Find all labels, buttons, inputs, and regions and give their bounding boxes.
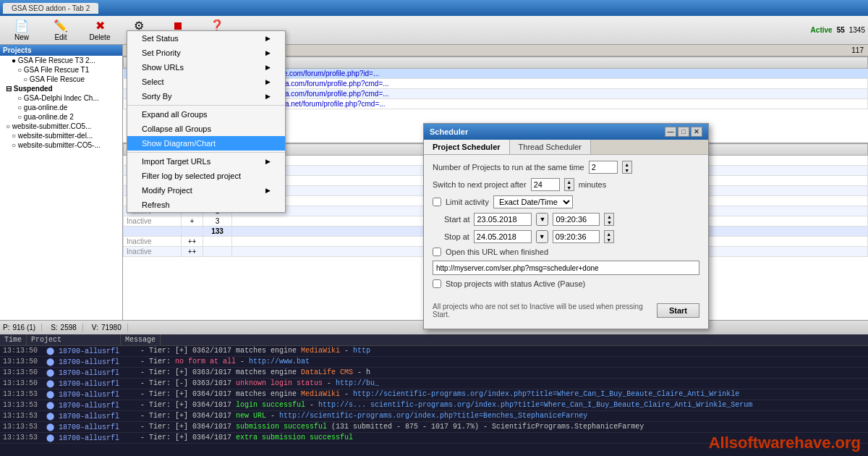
log-row[interactable]: 13:13:53 ⬤ 18700-allusrfl - Tier: [+] 03… xyxy=(0,422,868,433)
tree-item[interactable]: ○ GSA-Delphi Indeс Ch... xyxy=(0,93,122,103)
tree-item[interactable]: ○ GSA File Rescue T1 xyxy=(0,65,122,75)
context-menu: Set Status ▶ Set Priority ▶ Show URLs ▶ … xyxy=(127,45,286,213)
dialog-title: Scheduler xyxy=(430,127,468,136)
left-panel-title: Projects xyxy=(0,45,122,56)
log-row[interactable]: 13:13:53 ⬤ 18700-allusrfl - Tier: [+] 03… xyxy=(0,400,868,411)
status-v: V: 71980 xyxy=(92,324,128,332)
tree-item[interactable]: ○ gua-online.de 2 xyxy=(0,112,122,122)
ctx-collapse-groups[interactable]: Collapse all Groups xyxy=(127,122,285,136)
ctx-import-urls[interactable]: Import Target URLs ▶ xyxy=(127,154,285,169)
spin-up-icon[interactable]: ▲ xyxy=(605,231,613,237)
log-row[interactable]: 13:13:50 ⬤ 18700-allusrfl - Tier: no for… xyxy=(0,357,868,368)
tree-group-suspended[interactable]: ⊟ Suspended xyxy=(0,84,122,93)
start-date-input[interactable] xyxy=(474,213,532,226)
scheduler-dialog: Scheduler — □ ✕ Project Scheduler Thread… xyxy=(423,123,709,329)
ctx-modify-project[interactable]: Modify Project ▶ xyxy=(127,183,285,198)
tree-item[interactable]: ○ website-submitter-del... xyxy=(0,131,122,140)
limit-activity-checkbox[interactable] xyxy=(433,198,441,206)
left-panel: Projects ● GSA File Rescue T3 2... ○ GSA… xyxy=(0,45,123,320)
delete-icon: ✖ xyxy=(95,19,105,33)
spin-down-icon[interactable]: ▼ xyxy=(623,167,631,173)
start-time-input[interactable] xyxy=(553,213,600,226)
dialog-footer: All projects who are not set to Inactive… xyxy=(424,298,708,329)
dialog-maximize-btn[interactable]: □ xyxy=(678,127,689,137)
ctx-refresh[interactable]: Refresh xyxy=(127,198,285,212)
status-s: S: 2598 xyxy=(51,324,83,332)
num-projects-row: Number of Projects to run at the same ti… xyxy=(433,161,699,174)
start-date-picker[interactable]: ▼ xyxy=(536,213,548,226)
dialog-minimize-btn[interactable]: — xyxy=(665,127,676,137)
dialog-controls: — □ ✕ xyxy=(665,127,702,137)
stop-time-spinner[interactable]: ▲ ▼ xyxy=(604,230,614,243)
stop-date-input[interactable] xyxy=(474,230,532,243)
dialog-titlebar: Scheduler — □ ✕ xyxy=(424,124,708,140)
switch-input[interactable] xyxy=(531,178,560,191)
log-panel: Time Project Message 13:13:50 ⬤ 18700-al… xyxy=(0,334,868,456)
log-col-message: Message xyxy=(121,334,161,345)
log-row[interactable]: 13:13:53 ⬤ 18700-allusrfl - Tier: [+] 03… xyxy=(0,411,868,422)
p-value: 916 (1) xyxy=(12,324,35,332)
stop-projects-checkbox[interactable] xyxy=(433,279,441,288)
spin-down-icon[interactable]: ▼ xyxy=(605,237,613,242)
spin-up-icon[interactable]: ▲ xyxy=(623,161,631,167)
log-row[interactable]: 13:13:53 ⬤ 18700-allusrfl - Tier: [+] 03… xyxy=(0,389,868,400)
num-projects-input[interactable] xyxy=(589,161,618,174)
s-label: S: xyxy=(51,324,57,332)
open-url-checkbox[interactable] xyxy=(433,248,441,256)
spin-down-icon[interactable]: ▼ xyxy=(565,185,574,190)
ctx-select[interactable]: Select ▶ xyxy=(127,75,285,89)
ctx-set-priority[interactable]: Set Priority ▶ xyxy=(127,46,285,60)
limit-activity-dropdown[interactable]: Exact Date/Time xyxy=(493,195,573,208)
ctx-separator xyxy=(127,152,285,153)
log-row[interactable]: 13:13:50 ⬤ 18700-allusrfl - Tier: [+] 03… xyxy=(0,346,868,357)
stop-time-input[interactable] xyxy=(553,230,600,243)
dialog-footer-row: All projects who are not set to Inactive… xyxy=(433,303,699,318)
dialog-tabs: Project Scheduler Thread Scheduler xyxy=(424,140,708,155)
app-tab[interactable]: GSA SEO addon - Tab 2 xyxy=(3,3,98,14)
ctx-show-urls[interactable]: Show URLs ▶ xyxy=(127,60,285,75)
status-p: P: 916 (1) xyxy=(3,324,42,332)
open-url-input[interactable] xyxy=(433,261,699,275)
ctx-sort-by[interactable]: Sorty By ▶ xyxy=(127,89,285,104)
ctx-filter-log[interactable]: Filter log by selected project xyxy=(127,169,285,183)
spin-down-icon[interactable]: ▼ xyxy=(605,219,613,225)
log-row[interactable]: 13:13:50 ⬤ 18700-allusrfl - Tier: [+] 03… xyxy=(0,368,868,379)
edit-label: Edit xyxy=(54,33,67,41)
open-url-input-row xyxy=(433,261,699,275)
dialog-close-btn[interactable]: ✕ xyxy=(691,127,702,137)
tree-item[interactable]: ○ website-submitter.CO5... xyxy=(0,122,122,131)
start-time-spinner[interactable]: ▲ ▼ xyxy=(604,213,614,226)
tree-item[interactable]: ○ gua-online.de xyxy=(0,103,122,112)
dialog-body: Number of Projects to run at the same ti… xyxy=(424,155,708,298)
new-button[interactable]: 📄 New xyxy=(3,17,41,43)
num-projects-spinner[interactable]: ▲ ▼ xyxy=(622,161,632,174)
v-value: 71980 xyxy=(101,324,122,332)
log-row[interactable]: 13:13:53 ⬤ 18700-allusrfl - Tier: [+] 03… xyxy=(0,433,868,444)
tab-thread-scheduler[interactable]: Thread Scheduler xyxy=(510,140,591,154)
new-label: New xyxy=(14,33,29,41)
num-projects-label: Number of Projects to run at the same ti… xyxy=(433,163,584,172)
edit-button[interactable]: ✏️ Edit xyxy=(42,17,80,43)
stop-projects-label: Stop projects with status Active (Pause) xyxy=(446,279,585,288)
tab-project-scheduler[interactable]: Project Scheduler xyxy=(424,140,510,154)
ctx-separator xyxy=(127,105,285,106)
switch-spinner[interactable]: ▲ ▼ xyxy=(564,178,574,191)
stop-projects-row: Stop projects with status Active (Pause) xyxy=(433,279,699,288)
log-col-project: Project xyxy=(27,334,121,345)
log-row[interactable]: 13:13:50 ⬤ 18700-allusrfl - Tier: [-] 03… xyxy=(0,379,868,389)
tree-item[interactable]: ○ website-submitter-CO5-... xyxy=(0,140,122,150)
url-col-url: URL xyxy=(247,57,868,69)
delete-button[interactable]: ✖ Delete xyxy=(81,17,119,43)
tree-item[interactable]: ○ GSA File Rescue xyxy=(0,75,122,84)
p-label: P: xyxy=(3,324,9,332)
spin-up-icon[interactable]: ▲ xyxy=(605,214,613,219)
tree-item[interactable]: ● GSA File Rescue T3 2... xyxy=(0,56,122,65)
ctx-show-diagram[interactable]: Show Diagram/Chart xyxy=(127,136,285,151)
stop-date-picker[interactable]: ▼ xyxy=(536,230,548,243)
ctx-expand-groups[interactable]: Expand all Groups xyxy=(127,107,285,122)
start-at-row: Start at ▼ ▲ ▼ xyxy=(433,213,699,226)
start-button[interactable]: Start xyxy=(657,303,699,318)
spin-up-icon[interactable]: ▲ xyxy=(565,179,574,185)
minutes-label: minutes xyxy=(579,180,607,189)
switch-label: Switch to next project after xyxy=(433,180,527,189)
